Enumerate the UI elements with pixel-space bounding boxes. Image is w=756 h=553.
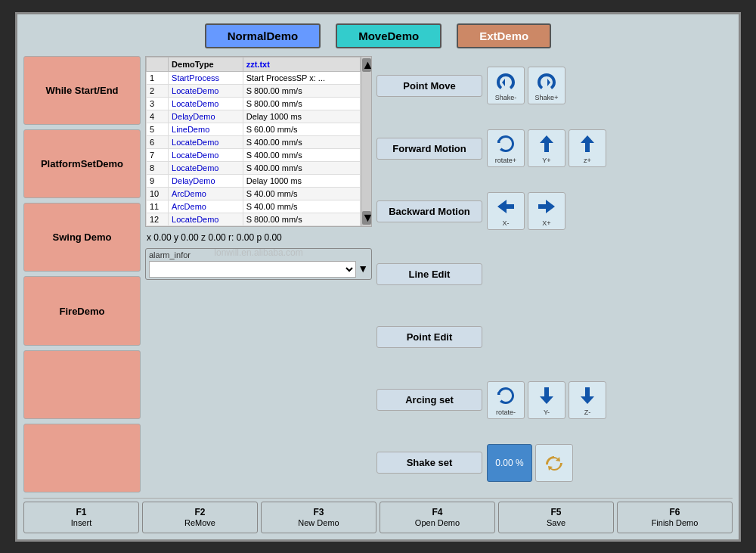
rotate-minus-label: rotate- (496, 409, 516, 416)
table-row[interactable]: 6 LocateDemo S 400.00 mm/s (147, 135, 371, 148)
table-row[interactable]: 10 ArcDemo S 40.00 mm/s (147, 187, 371, 200)
coord-bar: x 0.00 y 0.00 z 0.00 r: 0.00 p 0.00 (145, 230, 372, 245)
f4-key-label: F4 (383, 507, 491, 517)
f4-action-label: Open Demo (415, 518, 460, 527)
col-demo-type: DemoType (169, 57, 243, 71)
line-edit-button[interactable]: Line Edit (376, 263, 482, 285)
sidebar-empty1-button[interactable] (23, 350, 141, 419)
alarm-label: alarm_infor (149, 250, 368, 259)
table-row[interactable]: 5 LineDemo S 60.00 mm/s (147, 123, 371, 135)
f1-insert-button[interactable]: F1 Insert (23, 502, 139, 533)
rotate-minus-button[interactable]: rotate- (487, 381, 525, 419)
rotate-plus-label: rotate+ (495, 157, 516, 164)
row-desc: S 400.00 mm/s (243, 161, 360, 174)
svg-marker-0 (540, 135, 553, 152)
motion-row-backward: Backward Motion X- X+ (376, 182, 733, 241)
swing-demo-button[interactable]: Swing Demo (23, 203, 141, 272)
table-row[interactable]: 4 DelayDemo Delay 1000 ms (147, 110, 371, 123)
row-num: 10 (147, 187, 169, 200)
row-type: LocateDemo (169, 97, 243, 110)
point-move-button[interactable]: Point Move (376, 75, 482, 97)
z-plus-button[interactable]: z+ (569, 129, 606, 167)
row-num: 4 (147, 110, 169, 123)
demo-table-container: DemoType zzt.txt 1 StartProcess Start Pr… (145, 56, 372, 227)
scrollbar-down[interactable]: ▼ (362, 211, 371, 225)
arcing-set-button[interactable]: Arcing set (376, 389, 482, 411)
bottom-bar: F1 Insert F2 ReMove F3 New Demo F4 Open … (23, 498, 733, 533)
z-plus-label: z+ (584, 157, 591, 164)
row-desc: S 40.00 mm/s (243, 200, 360, 213)
f5-action-label: Save (547, 518, 565, 527)
tab-normal-demo[interactable]: NormalDemo (205, 23, 321, 48)
f2-remove-button[interactable]: F2 ReMove (142, 502, 258, 533)
table-row[interactable]: 2 LocateDemo S 800.00 mm/s (147, 84, 371, 97)
table-row[interactable]: 8 LocateDemo S 400.00 mm/s (147, 161, 371, 174)
f4-open-demo-button[interactable]: F4 Open Demo (380, 502, 495, 533)
f6-finish-demo-button[interactable]: F6 Finish Demo (617, 502, 733, 533)
y-minus-button[interactable]: Y- (528, 381, 565, 419)
row-type: ArcDemo (169, 200, 243, 213)
forward-motion-button[interactable]: Forward Motion (376, 138, 482, 160)
table-row[interactable]: 7 LocateDemo S 400.00 mm/s (147, 148, 371, 161)
f3-new-demo-button[interactable]: F3 New Demo (261, 502, 376, 533)
f5-key-label: F5 (502, 507, 610, 517)
x-plus-button[interactable]: X+ (528, 192, 565, 230)
col-num (147, 57, 169, 71)
alarm-box: alarm_infor ▼ (145, 248, 372, 280)
alarm-dropdown-icon[interactable]: ▼ (358, 263, 368, 275)
row-desc: S 800.00 mm/s (243, 97, 360, 110)
table-row[interactable]: 1 StartProcess Start ProcessSP x: ... (147, 71, 371, 84)
row-num: 6 (147, 135, 169, 148)
refresh-button[interactable] (535, 444, 573, 482)
f6-key-label: F6 (621, 507, 729, 517)
y-plus-label: Y+ (542, 157, 550, 164)
shake-plus-button[interactable]: Shake+ (528, 67, 565, 104)
row-type: LocateDemo (169, 148, 243, 161)
row-desc: S 800.00 mm/s (243, 213, 360, 225)
col-file: zzt.txt (243, 57, 360, 71)
x-plus-label: X+ (542, 219, 550, 227)
shake-set-button[interactable]: Shake set (376, 452, 482, 474)
platform-set-demo-button[interactable]: PlatformSetDemo (23, 129, 141, 198)
icon-group-shake: Shake- Shake+ (487, 67, 565, 104)
point-edit-button[interactable]: Point Edit (376, 326, 482, 348)
backward-motion-button[interactable]: Backward Motion (376, 200, 482, 222)
row-num: 9 (147, 174, 169, 187)
tab-ext-demo[interactable]: ExtDemo (457, 23, 551, 48)
row-num: 5 (147, 123, 169, 135)
f5-save-button[interactable]: F5 Save (498, 502, 614, 533)
icon-group-shake-set: 0.00 % (487, 444, 573, 482)
svg-marker-5 (581, 387, 594, 404)
z-minus-button[interactable]: Z- (569, 381, 606, 419)
row-type: DelayDemo (169, 110, 243, 123)
row-type: LocateDemo (169, 135, 243, 148)
table-row[interactable]: 9 DelayDemo Delay 1000 ms (147, 174, 371, 187)
f1-key-label: F1 (27, 507, 135, 517)
scrollbar-up[interactable]: ▲ (362, 58, 371, 72)
tab-move-demo[interactable]: MoveDemo (336, 23, 442, 48)
svg-marker-1 (581, 135, 594, 152)
sidebar-empty2-button[interactable] (23, 424, 141, 492)
icon-group-backward: X- X+ (487, 192, 565, 230)
progress-button[interactable]: 0.00 % (487, 444, 532, 482)
table-scrollbar[interactable]: ▲ ▼ (361, 57, 371, 226)
y-plus-button[interactable]: Y+ (528, 129, 565, 167)
shake-minus-button[interactable]: Shake- (487, 67, 525, 104)
row-type: ArcDemo (169, 187, 243, 200)
rotate-plus-button[interactable]: rotate+ (487, 129, 525, 167)
row-num: 12 (147, 213, 169, 225)
f2-key-label: F2 (146, 507, 254, 517)
while-start-end-button[interactable]: While Start/End (23, 56, 141, 125)
main-screen: NormalDemo MoveDemo ExtDemo While Start/… (15, 12, 741, 542)
table-row[interactable]: 3 LocateDemo S 800.00 mm/s (147, 97, 371, 110)
alarm-select[interactable] (149, 261, 356, 278)
row-desc: S 40.00 mm/s (243, 187, 360, 200)
table-row[interactable]: 11 ArcDemo S 40.00 mm/s (147, 200, 371, 213)
right-panel: Point Move Shake- Shak (376, 56, 733, 493)
fire-demo-button[interactable]: FireDemo (23, 276, 141, 345)
row-num: 11 (147, 200, 169, 213)
f2-action-label: ReMove (184, 518, 215, 527)
motion-row-line-edit: Line Edit (376, 244, 733, 304)
x-minus-button[interactable]: X- (487, 192, 525, 230)
table-row[interactable]: 12 LocateDemo S 800.00 mm/s (147, 213, 371, 225)
